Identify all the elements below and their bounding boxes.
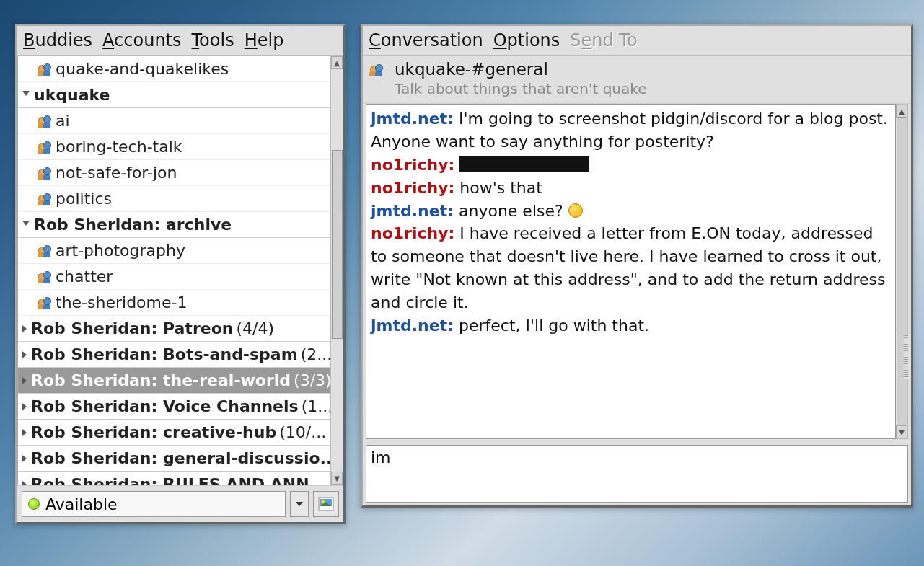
buddy-menubar: Buddies Accounts Tools Help xyxy=(17,26,343,56)
group-label: ukquake xyxy=(34,86,110,104)
conv-menubar: ConversationOptionsSend To xyxy=(363,26,911,56)
group-count: (2... xyxy=(301,345,330,363)
expand-triangle-icon xyxy=(22,377,27,384)
scroll-down-button[interactable]: ▼ xyxy=(331,472,343,485)
conversation-title: ukquake-#general xyxy=(395,60,646,79)
buddy-scrollbar[interactable]: ▲ ▼ xyxy=(330,56,343,485)
buddy-group[interactable]: Rob Sheridan: the-real-world (3/3) xyxy=(18,368,330,394)
people-icon xyxy=(38,245,51,257)
group-label: Rob Sheridan: archive xyxy=(34,216,232,234)
resize-grip[interactable] xyxy=(904,335,908,379)
message-text: anyone else? xyxy=(459,202,563,220)
buddy-group[interactable]: Rob Sheridan: Patreon (4/4) xyxy=(18,316,330,342)
channel-label: politics xyxy=(56,190,112,208)
expand-triangle-icon xyxy=(22,481,27,485)
message-input[interactable]: im xyxy=(366,445,908,503)
chat-message: jmtd.net: I'm going to screenshot pidgin… xyxy=(371,107,891,154)
chat-scroll-thumb[interactable] xyxy=(897,117,907,426)
chat-scroll-up[interactable]: ▲ xyxy=(896,105,907,118)
chat-scroll-down[interactable]: ▼ xyxy=(896,425,907,438)
expand-triangle-icon xyxy=(22,403,27,410)
buddy-channel[interactable]: chatter xyxy=(18,264,330,290)
channel-label: quake-and-quakelikes xyxy=(56,60,229,78)
buddy-group[interactable]: ukquake xyxy=(18,82,330,108)
status-selector[interactable]: Available xyxy=(22,491,286,517)
chat-icon xyxy=(370,64,383,76)
channel-label: ai xyxy=(56,112,70,130)
buddy-icon-button[interactable] xyxy=(313,491,339,517)
message-nick: jmtd.net: xyxy=(371,202,454,220)
buddy-group[interactable]: Rob Sheridan: Voice Channels (1... xyxy=(18,394,330,420)
group-label: Rob Sheridan: Patreon xyxy=(31,319,233,337)
channel-label: the-sheridome-1 xyxy=(56,293,187,311)
buddy-channel[interactable]: not-safe-for-jon xyxy=(18,160,330,186)
people-icon xyxy=(38,193,51,205)
buddy-group[interactable]: Rob Sheridan: RULES AND ANN... xyxy=(18,472,330,485)
buddy-group[interactable]: Rob Sheridan: archive xyxy=(18,212,330,238)
picture-icon xyxy=(318,497,334,511)
chat-message: jmtd.net: anyone else? xyxy=(371,200,891,223)
group-count: (4/4) xyxy=(236,319,274,337)
message-nick: no1richy: xyxy=(371,179,454,197)
group-count: (3/3) xyxy=(294,371,330,389)
conversation-window: ConversationOptionsSend To ukquake-#gene… xyxy=(361,24,913,508)
people-icon xyxy=(38,167,51,179)
status-bar: Available xyxy=(17,485,343,522)
message-text: perfect, I'll go with that. xyxy=(459,317,649,335)
smiley-icon xyxy=(568,203,583,218)
buddy-channel[interactable]: quake-and-quakelikes xyxy=(18,56,330,82)
people-icon xyxy=(38,141,51,153)
status-label: Available xyxy=(45,495,118,513)
expand-triangle-icon xyxy=(22,221,30,229)
message-nick: no1richy: xyxy=(371,224,454,242)
group-label: Rob Sheridan: Bots-and-spam xyxy=(31,345,298,363)
people-icon xyxy=(38,271,51,283)
buddy-channel[interactable]: the-sheridome-1 xyxy=(18,290,330,316)
group-count: (10/... xyxy=(279,423,326,441)
scroll-up-button[interactable]: ▲ xyxy=(331,56,343,69)
expand-triangle-icon xyxy=(22,429,27,436)
channel-label: boring-tech-talk xyxy=(56,138,182,156)
scroll-thumb[interactable] xyxy=(332,150,343,339)
expand-triangle-icon xyxy=(22,91,30,100)
buddy-group[interactable]: Rob Sheridan: Bots-and-spam (2... xyxy=(18,342,330,368)
menu-help[interactable]: Help xyxy=(245,30,284,50)
group-count: (1... xyxy=(302,397,330,415)
buddy-group[interactable]: Rob Sheridan: creative-hub (10/... xyxy=(18,420,330,446)
buddy-channel[interactable]: boring-tech-talk xyxy=(18,134,330,160)
conversation-header: ukquake-#general Talk about things that … xyxy=(363,56,911,104)
people-icon xyxy=(38,115,51,127)
group-label: Rob Sheridan: creative-hub xyxy=(31,423,276,441)
expand-triangle-icon xyxy=(22,455,27,462)
channel-label: art-photography xyxy=(56,242,185,260)
group-label: Rob Sheridan: Voice Channels xyxy=(31,397,299,415)
chat-log[interactable]: jmtd.net: I'm going to screenshot pidgin… xyxy=(366,104,896,439)
chat-message: jmtd.net: perfect, I'll go with that. xyxy=(371,314,891,337)
status-dropdown-button[interactable] xyxy=(290,491,309,517)
buddy-channel[interactable]: art-photography xyxy=(18,238,330,264)
message-nick: jmtd.net: xyxy=(371,317,454,335)
buddy-channel[interactable]: politics xyxy=(18,186,330,212)
buddy-list-rows: quake-and-quakelikesukquakeaiboring-tech… xyxy=(18,56,330,485)
chat-message: no1richy: xyxy=(371,154,891,177)
channel-label: chatter xyxy=(56,267,113,286)
buddy-list-window: Buddies Accounts Tools Help quake-and-qu… xyxy=(15,24,346,524)
redacted-text xyxy=(459,156,589,172)
conversation-body: jmtd.net: I'm going to screenshot pidgin… xyxy=(366,104,908,439)
chat-scrollbar[interactable]: ▲ ▼ xyxy=(896,104,908,439)
buddy-list: quake-and-quakelikesukquakeaiboring-tech… xyxy=(17,56,343,485)
buddy-channel[interactable]: ai xyxy=(18,108,330,134)
menu-accounts[interactable]: Accounts xyxy=(102,30,181,50)
menu-buddies[interactable]: Buddies xyxy=(23,30,92,50)
expand-triangle-icon xyxy=(22,325,27,332)
menu-tools[interactable]: Tools xyxy=(192,30,234,50)
buddy-group[interactable]: Rob Sheridan: general-discussio... xyxy=(18,446,330,472)
message-nick: jmtd.net: xyxy=(371,110,454,128)
group-label: Rob Sheridan: the-real-world xyxy=(31,371,291,389)
channel-label: not-safe-for-jon xyxy=(56,164,177,182)
message-nick: no1richy: xyxy=(371,156,454,174)
chat-message: no1richy: I have received a letter from … xyxy=(371,222,891,314)
expand-triangle-icon xyxy=(22,351,27,358)
menu-options[interactable]: Options xyxy=(493,30,560,50)
menu-conversation[interactable]: Conversation xyxy=(369,30,483,50)
